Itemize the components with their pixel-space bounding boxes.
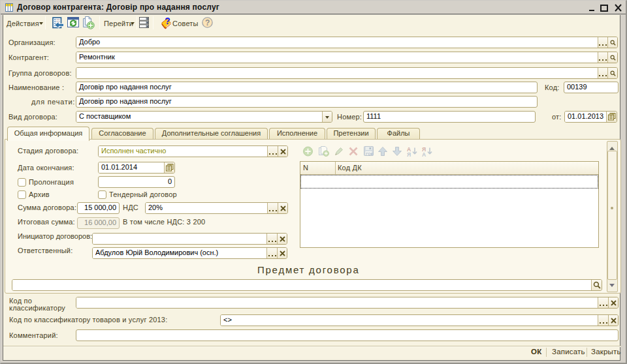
svg-text:А: А	[422, 151, 426, 157]
svg-text:ГОК: ГОК	[366, 152, 373, 156]
svg-text:?: ?	[165, 16, 170, 26]
svg-text:?: ?	[205, 18, 210, 27]
svg-text:Я: Я	[407, 151, 411, 157]
